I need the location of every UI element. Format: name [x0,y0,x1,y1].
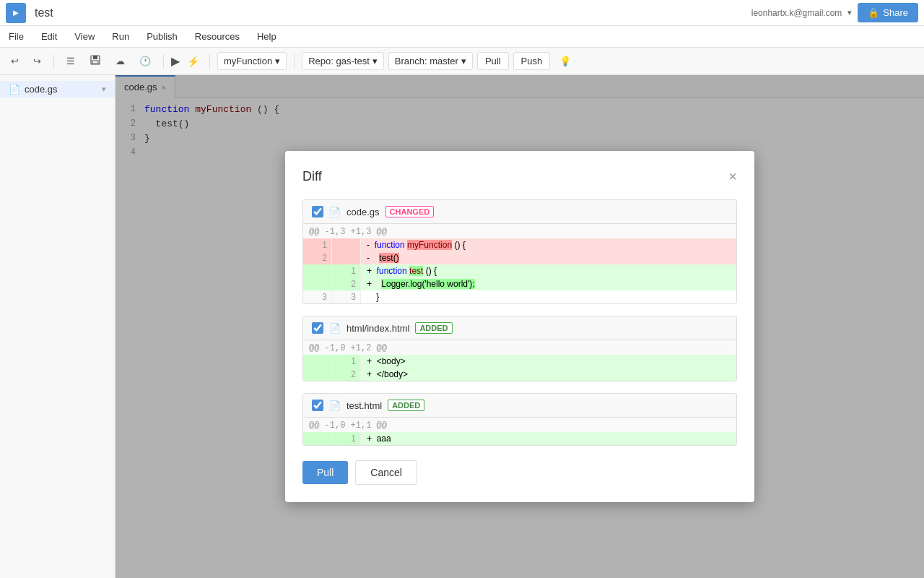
diff-file-code-gs: 📄 code.gs CHANGED @@ -1,3 +1,3 @@ 1 [302,199,737,304]
diff-checkbox-code-gs[interactable] [312,206,323,217]
repo-dropdown-arrow: ▾ [372,56,378,66]
toolbar: ↩ ↪ ☰ ☁ 🕐 ▶ ⚡ myFunction ▾ Repo: gas-tes… [0,48,924,75]
modal-close-button[interactable]: × [728,168,737,185]
modal-footer: Pull Cancel [302,460,737,485]
hunk-header-html-text: @@ -1,0 +1,2 @@ [309,343,387,353]
diff-html-added-1: 1 + <body> [303,355,736,368]
history-button[interactable]: 🕐 [134,52,156,70]
bulb-button[interactable]: 💡 [554,52,576,70]
branch-dropdown-arrow: ▾ [461,56,466,66]
editor-area: 📄 code.gs ▾ code.gs × 1 function myFunct… [0,75,924,578]
menu-help[interactable]: Help [254,31,279,42]
modal-pull-button[interactable]: Pull [302,461,348,484]
diff-added-line-2: 2 + Logger.log('hello world'); [303,277,736,290]
diff-file-header-code-gs: 📄 code.gs CHANGED [303,200,736,224]
diff-content-code-gs: @@ -1,3 +1,3 @@ 1 - function myFunction … [303,224,736,303]
diff-content-test-html: @@ -1,0 +1,1 @@ 1 + aaa [303,418,736,445]
push-button[interactable]: Push [513,52,551,70]
diff-content-html-index: @@ -1,0 +1,2 @@ 1 + <body> 2 + </body> [303,340,736,381]
function-name: myFunction [224,56,272,66]
cloud-button[interactable]: ☁ [110,52,130,70]
function-dropdown-arrow: ▾ [275,56,280,66]
undo-button[interactable]: ↩ [6,52,24,70]
hunk-header-code-gs: @@ -1,3 +1,3 @@ [303,224,736,238]
save-button[interactable] [84,51,106,72]
diff-filename-test-html: test.html [346,400,382,411]
run-button[interactable]: ▶ [171,54,180,68]
menu-publish[interactable]: Publish [144,31,180,42]
share-label: Share [883,7,908,18]
diff-file-header-html-index: 📄 html/index.html ADDED [303,316,736,340]
diff-file-doc-icon-2: 📄 [329,323,341,334]
diff-removed-line-1: 1 - function myFunction () { [303,238,736,251]
toolbar-sep-3 [209,54,210,69]
svg-rect-2 [92,61,98,64]
modal-overlay: Diff × 📄 code.gs CHANGED @@ -1,3 +1,3 @ [116,75,924,578]
diff-file-doc-icon-3: 📄 [329,400,341,411]
diff-checkbox-html-index[interactable] [312,322,323,334]
editor-main: code.gs × 1 function myFunction () { 2 t… [116,75,924,578]
menu-run[interactable]: Run [109,31,132,42]
file-dropdown-arrow[interactable]: ▾ [102,85,106,94]
diff-file-doc-icon: 📄 [329,207,341,217]
debug-button[interactable]: ⚡ [184,53,202,70]
diff-modal: Diff × 📄 code.gs CHANGED @@ -1,3 +1,3 @ [285,151,754,502]
diff-filename-code-gs: code.gs [346,207,380,217]
diff-badge-code-gs: CHANGED [385,206,435,217]
diff-badge-test-html: ADDED [388,400,424,411]
app-title: test [35,7,53,20]
menu-bar: File Edit View Run Publish Resources Hel… [0,26,924,48]
menu-file[interactable]: File [6,31,27,42]
repo-dropdown[interactable]: Repo: gas-test ▾ [302,52,384,70]
toolbar-sep-4 [294,54,295,69]
diff-html-added-2: 2 + </body> [303,368,736,381]
diff-test-added-1: 1 + aaa [303,432,736,445]
top-bar-right: leonhartx.k@gmail.com ▾ 🔒 Share [751,3,918,22]
function-dropdown[interactable]: myFunction ▾ [217,52,287,70]
diff-badge-html-index: ADDED [415,322,452,334]
lock-icon: 🔒 [868,7,879,18]
file-tree: 📄 code.gs ▾ [0,75,116,578]
diff-added-line-1: 1 + function test () { [303,264,736,277]
app-logo: ► [6,3,26,23]
diff-removed-line-2: 2 - test() [303,251,736,264]
save-icon [90,54,101,66]
file-icon: 📄 [9,84,20,95]
diff-file-header-test-html: 📄 test.html ADDED [303,394,736,418]
repo-label: Repo: gas-test [308,56,370,66]
svg-rect-1 [93,56,97,59]
modal-cancel-button[interactable]: Cancel [355,460,417,485]
diff-file-test-html: 📄 test.html ADDED @@ -1,0 +1,1 @@ 1 + aa… [302,393,737,446]
file-name: code.gs [25,84,58,95]
diff-filename-html-index: html/index.html [346,323,409,334]
branch-label: Branch: master [395,56,458,66]
top-bar: ► test leonhartx.k@gmail.com ▾ 🔒 Share [0,0,924,26]
file-tree-item-code-gs[interactable]: 📄 code.gs ▾ [0,81,115,98]
branch-dropdown[interactable]: Branch: master ▾ [388,52,473,70]
diff-checkbox-test-html[interactable] [312,400,323,411]
indent-button[interactable]: ☰ [61,52,80,70]
menu-view[interactable]: View [71,31,97,42]
modal-header: Diff × [302,168,737,185]
menu-resources[interactable]: Resources [192,31,243,42]
diff-context-line-1: 3 3 } [303,290,736,303]
hunk-header-test-html: @@ -1,0 +1,1 @@ [303,418,736,432]
user-email: leonhartx.k@gmail.com [751,8,842,18]
user-dropdown-arrow[interactable]: ▾ [847,8,852,17]
toolbar-sep-2 [163,54,164,69]
pull-button[interactable]: Pull [477,52,509,70]
diff-file-html-index: 📄 html/index.html ADDED @@ -1,0 +1,2 @@ … [302,316,737,381]
modal-title: Diff [302,169,322,184]
menu-edit[interactable]: Edit [38,31,60,42]
share-button[interactable]: 🔒 Share [858,3,918,22]
hunk-header-html-index: @@ -1,0 +1,2 @@ [303,340,736,355]
redo-button[interactable]: ↪ [28,52,46,70]
app-logo-icon: ► [12,7,21,18]
hunk-header-text: @@ -1,3 +1,3 @@ [309,227,387,237]
toolbar-sep-1 [53,54,54,69]
top-bar-left: ► test [6,3,53,23]
hunk-header-test-text: @@ -1,0 +1,1 @@ [309,420,387,431]
